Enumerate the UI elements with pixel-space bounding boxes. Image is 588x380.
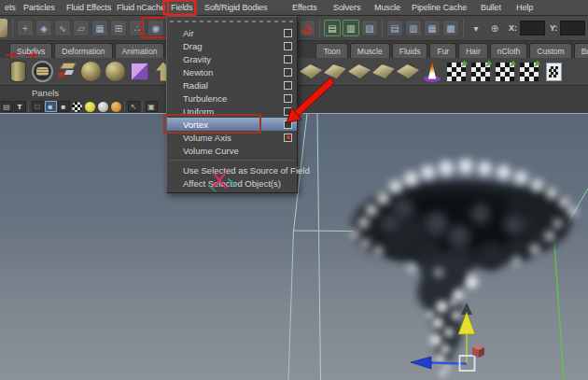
output-connection-icon[interactable]: ▥ xyxy=(343,20,359,36)
tab-animation[interactable]: Animation xyxy=(115,43,165,58)
option-box[interactable] xyxy=(284,81,292,90)
snap-planes-icon[interactable]: ▱ xyxy=(73,20,90,36)
fur-checker-3-icon[interactable] xyxy=(493,59,517,84)
paint-effects-icon[interactable]: ▩ xyxy=(442,20,459,36)
dropdown-arrow-icon[interactable]: ▾ xyxy=(468,20,484,36)
menu-muscle[interactable]: Muscle xyxy=(371,0,403,15)
menu-item-label: Affect Selected Object(s) xyxy=(183,178,281,189)
field-menu-item-vortex[interactable]: Vortex xyxy=(167,118,297,131)
fur-checker-2-icon[interactable] xyxy=(469,59,493,84)
select-tool-icon[interactable]: ↖ xyxy=(128,101,140,112)
field-menu-item-drag[interactable]: Drag xyxy=(167,39,297,52)
snap-magnet-icon[interactable] xyxy=(299,20,315,36)
field-menu-item-affect-selected-object-s-[interactable]: Affect Selected Object(s) xyxy=(167,176,297,190)
fur-checker-1-icon[interactable] xyxy=(444,59,469,84)
coord-label-y: Y: xyxy=(550,23,557,33)
field-menu-item-turbulence[interactable]: Turbulence xyxy=(167,91,297,105)
coin-stack-icon[interactable] xyxy=(30,59,54,84)
tab-custom[interactable]: Custom xyxy=(529,43,571,58)
x-axis-handle[interactable] xyxy=(411,357,431,369)
tab-toon[interactable]: Toon xyxy=(315,43,347,58)
menu-fields[interactable]: Fields xyxy=(168,0,195,15)
field-menu-item-use-selected-as-source-of-field[interactable]: Use Selected as Source of Field xyxy=(167,163,297,176)
snap-points-icon[interactable]: ⊞ xyxy=(110,20,127,36)
tab-deformation[interactable]: Deformation xyxy=(54,43,112,58)
menu-effects[interactable]: Effects xyxy=(289,0,320,15)
menu-ets[interactable]: ets xyxy=(2,0,19,15)
option-box[interactable] xyxy=(284,42,292,50)
snap-grids-icon[interactable]: ▦ xyxy=(91,20,108,36)
construction-history-icon[interactable]: ▨ xyxy=(361,20,378,36)
field-menu-item-radial[interactable]: Radial xyxy=(167,78,297,91)
shaded-cube-icon[interactable]: ■ xyxy=(45,101,57,112)
coord-input-x[interactable] xyxy=(520,21,545,35)
light-sphere-icon[interactable] xyxy=(85,102,95,112)
panels-menu[interactable]: Panels xyxy=(32,88,59,98)
hierarchy-icon[interactable]: ◈ xyxy=(35,20,52,36)
tab-ncloth[interactable]: nCloth xyxy=(490,43,528,58)
tab-bullet[interactable]: Bullet xyxy=(574,43,588,58)
menu-particles[interactable]: Particles xyxy=(21,0,58,15)
menu-bullet[interactable]: Bullet xyxy=(478,0,504,15)
coord-input-y[interactable] xyxy=(560,21,585,35)
wire-cube-icon[interactable]: □ xyxy=(32,101,44,112)
tab-hair[interactable]: Hair xyxy=(458,43,488,58)
fluid-flame-icon[interactable] xyxy=(420,59,444,84)
ipr-render-icon[interactable]: ▥ xyxy=(405,20,422,36)
textured-sphere-icon[interactable] xyxy=(111,102,121,112)
option-box[interactable] xyxy=(284,29,292,37)
muscle-flat-3-icon[interactable] xyxy=(347,59,371,84)
option-box[interactable] xyxy=(284,68,292,77)
field-menu-item-gravity[interactable]: Gravity xyxy=(167,52,297,65)
fur-checker-4-icon[interactable] xyxy=(517,59,541,84)
menu-soft-rigid-bodies[interactable]: Soft/Rigid Bodies xyxy=(202,0,270,15)
default-material-icon[interactable] xyxy=(98,102,108,112)
menu-tearoff-handle[interactable] xyxy=(170,18,294,24)
field-menu-item-volume-curve[interactable]: Volume Curve xyxy=(167,144,297,157)
isolate-cube-icon[interactable]: ▣ xyxy=(146,101,158,112)
select-mask-icon[interactable]: + xyxy=(17,20,34,36)
menu-fluid-effects[interactable]: Fluid Effects xyxy=(63,0,114,15)
tab-fluids[interactable]: Fluids xyxy=(392,43,428,58)
barrel-primitive-icon[interactable] xyxy=(6,59,30,84)
wire-sphere-icon[interactable] xyxy=(78,59,103,84)
text-tool-icon[interactable]: T xyxy=(14,101,26,112)
field-menu-item-volume-axis[interactable]: Volume Axis xyxy=(167,131,297,144)
tab-muscle[interactable]: Muscle xyxy=(350,43,390,58)
y-axis-handle[interactable] xyxy=(458,312,475,334)
muscle-flat-1-icon[interactable] xyxy=(299,59,323,84)
muscle-flat-4-icon[interactable] xyxy=(371,59,396,84)
quick-select-icon[interactable]: ⊕ xyxy=(486,20,503,36)
film-gate-icon[interactable]: ▤ xyxy=(1,101,13,112)
render-frame-icon[interactable]: ▤ xyxy=(386,20,403,36)
menu-solvers[interactable]: Solvers xyxy=(330,0,363,15)
tab-fur[interactable]: Fur xyxy=(429,43,456,58)
menu-pipeline-cache[interactable]: Pipeline Cache xyxy=(409,0,469,15)
coord-label-x: X: xyxy=(509,23,517,33)
fur-checker-doc-icon[interactable] xyxy=(541,59,566,84)
purple-cube-icon[interactable] xyxy=(127,59,151,84)
snap-view-icon[interactable]: ∴ xyxy=(129,20,146,36)
field-menu-item-newton[interactable]: Newton xyxy=(167,65,297,78)
wire-sphere2-icon[interactable] xyxy=(103,59,127,84)
option-box[interactable] xyxy=(284,94,292,103)
snap-curves-icon[interactable]: ∿ xyxy=(54,20,71,36)
option-box[interactable] xyxy=(284,55,292,63)
menu-fluid-ncache[interactable]: Fluid nCache xyxy=(114,0,168,15)
input-connection-icon[interactable]: ▤ xyxy=(324,20,341,36)
tab-subdivs[interactable]: Subdivs xyxy=(9,43,52,58)
menu-help[interactable]: Help xyxy=(513,0,536,15)
textured-cube-icon[interactable]: ■ xyxy=(58,101,70,112)
option-box[interactable] xyxy=(284,134,292,142)
option-box[interactable] xyxy=(284,120,292,129)
field-menu-item-uniform[interactable]: Uniform xyxy=(167,105,297,118)
checker-sphere-icon[interactable] xyxy=(72,102,82,112)
muscle-flat-2-icon[interactable] xyxy=(323,59,347,84)
muscle-flat-5-icon[interactable] xyxy=(396,59,420,84)
poly-edit-icon[interactable] xyxy=(54,59,78,84)
field-menu-item-air[interactable]: Air xyxy=(167,26,297,39)
move-manipulator[interactable] xyxy=(411,303,484,371)
option-box[interactable] xyxy=(284,107,292,116)
make-live-icon[interactable]: ◉ xyxy=(147,20,164,36)
render-settings-icon[interactable]: ▦ xyxy=(424,20,441,36)
